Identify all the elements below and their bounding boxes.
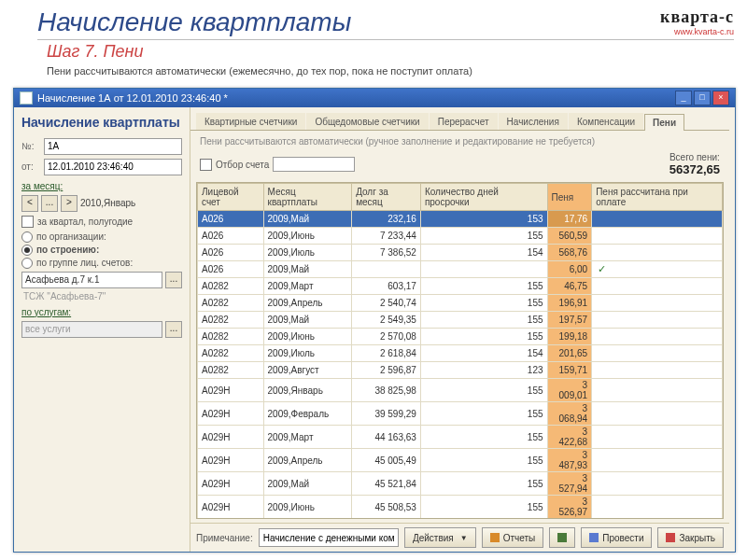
by-org-label: по организации: — [36, 231, 106, 242]
month-prev-button[interactable]: < — [21, 195, 38, 212]
services-section-label: по услугам: — [21, 307, 182, 317]
slide-title: Начисление квартплаты — [0, 0, 747, 37]
by-org-radio[interactable] — [21, 231, 33, 243]
date-label: от: — [21, 161, 40, 172]
quarter-label: за квартал, полугодие — [37, 217, 133, 227]
by-building-label: по строению: — [36, 245, 99, 255]
col-penalty[interactable]: Пеня — [547, 184, 592, 211]
run-button[interactable]: Провести — [581, 527, 652, 548]
filter-account-combo[interactable] — [273, 157, 355, 172]
quarter-checkbox[interactable] — [21, 216, 34, 228]
table-row[interactable]: А029Н2009,Февраль39 599,291553 068,94 — [198, 402, 723, 426]
by-building-radio[interactable] — [21, 245, 33, 256]
note-label: Примечание: — [196, 533, 253, 543]
table-row[interactable]: А0262009,Май6,00✓ — [198, 261, 723, 278]
filter-checkbox[interactable] — [200, 159, 212, 171]
col-paid[interactable]: Пеня рассчитана при оплате — [592, 184, 723, 211]
report-icon — [490, 533, 500, 542]
brand-url: www.kvarta-c.ru — [660, 27, 734, 36]
number-input[interactable] — [44, 138, 182, 155]
window-icon — [20, 91, 33, 105]
table-row[interactable]: А02822009,Март603,1715546,75 — [198, 278, 723, 295]
by-group-radio[interactable] — [21, 258, 33, 269]
number-label: №: — [21, 141, 40, 151]
sidebar-heading: Начисление квартплаты — [21, 115, 182, 131]
tab-charges[interactable]: Начисления — [499, 113, 568, 130]
month-section-label: за месяц: — [21, 181, 182, 191]
penalties-grid[interactable]: Лицевой счет Месяц квартплаты Долг за ме… — [197, 183, 723, 519]
window-title: Начисление 1А от 12.01.2010 23:46:40 * — [37, 92, 675, 104]
date-input[interactable] — [44, 159, 182, 175]
window-close-button[interactable]: × — [712, 91, 729, 105]
services-pick-button[interactable]: ... — [165, 321, 182, 338]
note-input[interactable] — [259, 528, 399, 547]
table-row[interactable]: А02822009,Июль2 618,84154201,65 — [198, 345, 723, 362]
table-row[interactable]: А029Н2009,Январь38 825,981553 009,01 — [198, 379, 723, 402]
table-row[interactable]: А029Н2009,Июнь45 508,531553 526,97 — [198, 496, 723, 519]
minimize-button[interactable]: _ — [675, 91, 692, 105]
close-icon — [666, 533, 675, 542]
tab-apartment-meters[interactable]: Квартирные счетчики — [196, 113, 305, 130]
tab-compensation[interactable]: Компенсации — [569, 113, 643, 130]
col-days[interactable]: Количество дней просрочки — [420, 184, 547, 211]
by-group-label: по группе лиц. счетов: — [36, 258, 133, 268]
building-combo[interactable]: Асафьева д.7 к.1 — [21, 272, 162, 288]
app-window: Начисление 1А от 12.01.2010 23:46:40 * _… — [13, 88, 736, 553]
slide-subtitle: Шаг 7. Пени — [0, 40, 747, 65]
slide-description: Пени рассчитываются автоматически (ежеме… — [0, 65, 747, 80]
table-row[interactable]: А0262009,Июль7 386,52154568,76 — [198, 245, 723, 261]
tab-penalties[interactable]: Пени — [644, 114, 684, 131]
close-button[interactable]: Закрыть — [657, 527, 724, 548]
run-icon — [589, 533, 599, 542]
brand-logo: кварта-с — [660, 7, 734, 27]
col-month[interactable]: Месяц квартплаты — [263, 184, 352, 211]
services-combo[interactable]: все услуги — [21, 321, 162, 338]
table-row[interactable]: А029Н2009,Март44 163,631553 422,68 — [198, 426, 723, 449]
reports-button[interactable]: Отчеты — [482, 527, 544, 548]
total-value: 56372,65 — [669, 162, 720, 176]
table-row[interactable]: А02822009,Май2 549,35155197,57 — [198, 312, 723, 329]
actions-button[interactable]: Действия▼ — [404, 527, 476, 548]
month-next-button[interactable]: > — [61, 195, 78, 212]
table-row[interactable]: А029Н2009,Апрель45 005,491553 487,93 — [198, 449, 723, 472]
filter-label: Отбор счета — [216, 160, 269, 170]
tab-recalc[interactable]: Перерасчет — [430, 113, 498, 130]
tab-building-meters[interactable]: Общедомовые счетчики — [306, 113, 428, 130]
total-label: Всего пени: — [669, 152, 720, 162]
save-icon — [557, 533, 567, 542]
col-account[interactable]: Лицевой счет — [198, 184, 264, 211]
table-row[interactable]: А029Н2009,Май45 521,841553 527,94 — [198, 472, 723, 496]
month-value: 2010,Январь — [80, 198, 135, 208]
table-row[interactable]: А0262009,Май232,1615317,76 — [198, 211, 723, 228]
building-pick-button[interactable]: ... — [165, 272, 182, 288]
table-row[interactable]: А02822009,Июнь2 570,08155199,18 — [198, 329, 723, 345]
maximize-button[interactable]: □ — [694, 91, 711, 105]
save-button[interactable] — [549, 527, 575, 548]
building-caption: ТСЖ "Асафьева-7" — [23, 291, 182, 301]
table-row[interactable]: А0262009,Июнь7 233,44155560,59 — [198, 228, 723, 245]
table-row[interactable]: А02822009,Август2 596,87123159,71 — [198, 362, 723, 379]
table-row[interactable]: А02822009,Апрель2 540,74155196,91 — [198, 295, 723, 312]
tab-hint: Пени рассчитываются автоматически (ручно… — [190, 131, 729, 152]
col-debt[interactable]: Долг за месяц — [352, 184, 421, 211]
table-row[interactable]: А029Н2009,Июль47 187,471543 633,44 — [198, 519, 723, 520]
month-pick-button[interactable]: ... — [41, 195, 58, 212]
